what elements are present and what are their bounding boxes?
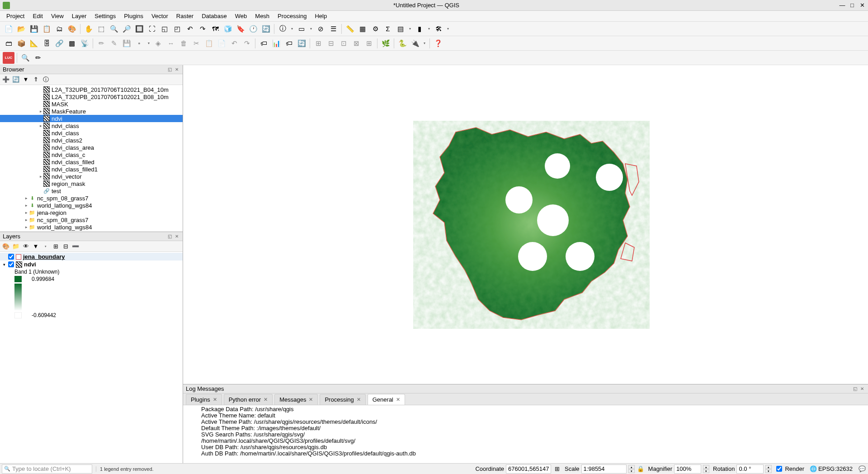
new-geopackage-icon[interactable]: 📦 — [15, 38, 27, 49]
move-feature-icon[interactable]: ↔ — [165, 38, 177, 49]
close-tab-icon[interactable]: ✕ — [309, 397, 313, 403]
new-layout-icon[interactable]: 📋 — [41, 23, 52, 35]
toolbox-icon[interactable]: 🛠 — [433, 23, 444, 35]
log-tab-processing[interactable]: Processing✕ — [320, 394, 365, 405]
browser-item[interactable]: ndvi_class_filled1 — [0, 166, 183, 173]
log-tab-messages[interactable]: Messages✕ — [274, 394, 318, 405]
copy-icon[interactable]: 📋 — [203, 38, 215, 49]
pan-selection-icon[interactable]: ⬚ — [95, 23, 107, 35]
locator-input[interactable]: 🔍 Type to locate (Ctrl+K) — [2, 465, 92, 474]
maximize-icon[interactable]: □ — [849, 2, 855, 9]
stats-icon[interactable]: Σ — [382, 23, 394, 35]
python-icon[interactable]: 🐍 — [396, 38, 408, 49]
new-virtual-icon[interactable]: 🔗 — [53, 38, 65, 49]
spin-down-icon[interactable]: ▾ — [765, 469, 772, 473]
search-plugin-icon[interactable]: 🔍 — [19, 52, 31, 64]
browser-item[interactable]: ndvi_class — [0, 129, 183, 137]
add-group-icon[interactable]: 📁 — [12, 242, 20, 251]
dropdown-icon[interactable]: ▾ — [445, 27, 451, 31]
edit-plugin-icon[interactable]: ✏ — [32, 52, 44, 64]
browser-item[interactable]: 🔗test — [0, 187, 183, 194]
new-3d-view-icon[interactable]: 🧊 — [222, 23, 234, 35]
layout-manager-icon[interactable]: 🗂 — [53, 23, 65, 35]
menu-help[interactable]: Help — [311, 12, 330, 20]
browser-item[interactable]: L2A_T32UPB_20170706T102021_B08_10m — [0, 93, 183, 100]
cut-icon[interactable]: ✂ — [190, 38, 202, 49]
map-canvas[interactable] — [183, 65, 868, 384]
chevron-right-icon[interactable]: ▸ — [38, 109, 43, 114]
spin-up-icon[interactable]: ▴ — [765, 465, 772, 469]
snap-inter-icon[interactable]: ⊠ — [350, 38, 362, 49]
pan-icon[interactable]: ✋ — [83, 23, 94, 35]
chevron-right-icon[interactable]: ▸ — [24, 210, 29, 215]
chevron-right-icon[interactable]: ▸ — [24, 225, 29, 229]
chevron-right-icon[interactable]: ▸ — [24, 203, 29, 208]
diagram-icon[interactable]: 📊 — [270, 38, 282, 49]
browser-item[interactable]: ▸⬇world_latlong_wgs84 — [0, 202, 183, 209]
close-panel-icon[interactable]: ✕ — [174, 66, 180, 73]
collapse-all-icon[interactable]: ⊟ — [61, 242, 70, 251]
annotation-icon[interactable]: ▮ — [414, 23, 425, 35]
menu-raster[interactable]: Raster — [173, 12, 197, 20]
add-layer-icon[interactable]: ➕ — [2, 76, 10, 84]
select-icon[interactable]: ▭ — [296, 23, 307, 35]
zoom-native-icon[interactable]: 🔲 — [133, 23, 145, 35]
browser-tree[interactable]: L2A_T32UPB_20170706T102021_B04_10mL2A_T3… — [0, 85, 183, 232]
grass-tools-icon[interactable]: 🌿 — [380, 38, 392, 49]
menu-edit[interactable]: Edit — [29, 12, 46, 20]
help-icon[interactable]: ❓ — [432, 38, 444, 49]
save-project-icon[interactable]: 💾 — [28, 23, 40, 35]
zoom-in-icon[interactable]: 🔍 — [108, 23, 120, 35]
new-bookmark-icon[interactable]: 🔖 — [235, 23, 246, 35]
style-icon[interactable]: 🎨 — [2, 242, 10, 251]
deselect-icon[interactable]: ⊘ — [315, 23, 326, 35]
lucas-plugin-icon[interactable]: LUC — [3, 52, 14, 64]
menu-plugins[interactable]: Plugins — [120, 12, 147, 20]
filter-browser-icon[interactable]: ▼ — [22, 76, 30, 84]
minimize-icon[interactable]: — — [839, 2, 845, 9]
layers-tree[interactable]: jena_boundary ▾ ndvi Band 1 (Unknown) 0.… — [0, 252, 183, 463]
open-project-icon[interactable]: 📂 — [15, 23, 27, 35]
close-panel-icon[interactable]: ✕ — [174, 233, 180, 240]
browser-item[interactable]: ndvi — [0, 115, 183, 122]
label-rotate-icon[interactable]: 🔄 — [296, 38, 307, 49]
zoom-layer-icon[interactable]: ◰ — [171, 23, 183, 35]
label-move-icon[interactable]: 🏷 — [283, 38, 295, 49]
save-edits-icon[interactable]: 💾 — [121, 38, 132, 49]
dropdown-icon[interactable]: ▾ — [42, 242, 50, 251]
new-project-icon[interactable]: 📄 — [3, 23, 14, 35]
data-source-icon[interactable]: 🗃 — [3, 38, 14, 49]
plugin-icon[interactable]: 🔌 — [409, 38, 421, 49]
lock-icon[interactable]: 🔒 — [637, 465, 645, 473]
chevron-down-icon[interactable]: ▾ — [2, 262, 6, 267]
snap-opt-icon[interactable]: ⊞ — [312, 38, 324, 49]
zoom-out-icon[interactable]: 🔎 — [121, 23, 132, 35]
browser-item[interactable]: ▸📁world_latlong_wgs84 — [0, 223, 183, 231]
render-checkbox[interactable] — [776, 466, 782, 472]
visibility-icon[interactable]: 👁 — [22, 242, 30, 251]
snap-topo-icon[interactable]: ⊡ — [338, 38, 349, 49]
layer-jena-boundary[interactable]: jena_boundary — [0, 253, 183, 261]
snap-self-icon[interactable]: ⊞ — [363, 38, 375, 49]
menu-settings[interactable]: Settings — [91, 12, 119, 20]
delete-selected-icon[interactable]: 🗑 — [178, 38, 189, 49]
close-tab-icon[interactable]: ✕ — [213, 397, 217, 403]
select-value-icon[interactable]: ☰ — [327, 23, 339, 35]
menu-layer[interactable]: Layer — [68, 12, 90, 20]
zoom-full-icon[interactable]: ⛶ — [146, 23, 158, 35]
menu-processing[interactable]: Processing — [274, 12, 310, 20]
properties-icon[interactable]: ⓘ — [42, 76, 50, 84]
paste-icon[interactable]: 📄 — [216, 38, 227, 49]
menu-project[interactable]: Project — [3, 12, 28, 20]
close-icon[interactable]: ✕ — [859, 2, 865, 9]
identify-icon[interactable]: ⓘ — [277, 23, 288, 35]
close-tab-icon[interactable]: ✕ — [357, 397, 361, 403]
new-gps-icon[interactable]: 📡 — [79, 38, 90, 49]
undock-icon[interactable]: ◱ — [166, 233, 173, 240]
close-tab-icon[interactable]: ✕ — [396, 397, 400, 403]
zoom-selection-icon[interactable]: ◱ — [159, 23, 170, 35]
log-tab-plugins[interactable]: Plugins✕ — [186, 394, 222, 405]
layer-checkbox[interactable] — [8, 261, 14, 267]
vertex-tool-icon[interactable]: ◈ — [152, 38, 164, 49]
dropdown-icon[interactable]: ▾ — [426, 27, 432, 31]
